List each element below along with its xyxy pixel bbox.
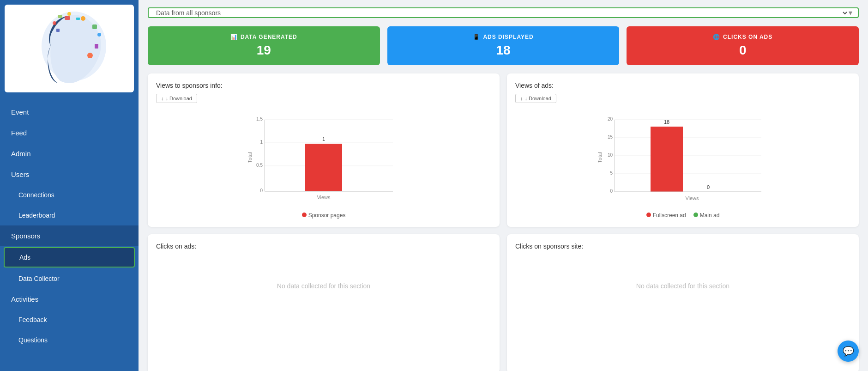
svg-point-6 xyxy=(87,53,93,58)
sidebar-label-activities: Activities xyxy=(11,295,38,303)
svg-text:10: 10 xyxy=(608,152,613,158)
sidebar-item-ads[interactable]: Ads xyxy=(4,247,135,268)
svg-text:1.5: 1.5 xyxy=(256,116,263,122)
main-content: Data from all sponsors Sponsor 1 Sponsor… xyxy=(139,0,868,371)
sidebar-item-event[interactable]: Event xyxy=(0,102,139,122)
sidebar-item-leaderboard[interactable]: Leaderboard xyxy=(0,205,139,225)
sidebar-label-sponsors: Sponsors xyxy=(11,232,40,240)
svg-text:5: 5 xyxy=(610,170,613,176)
stat-card-data-generated: 📊 DATA GENERATED 19 xyxy=(148,26,380,65)
svg-rect-37 xyxy=(651,127,683,192)
download-ads-button[interactable]: ↓ ↓ Download xyxy=(515,94,556,103)
chart-svg-sponsors: Total 1.5 1 0.5 0 1 Views xyxy=(156,107,491,219)
svg-text:Views: Views xyxy=(685,195,699,201)
svg-rect-9 xyxy=(58,15,62,18)
sidebar-item-questions[interactable]: Questions xyxy=(0,330,139,350)
svg-point-8 xyxy=(67,12,71,16)
svg-text:Total: Total xyxy=(597,152,603,163)
chart-views-ads: Views of ads: ↓ ↓ Download Total 20 15 1… xyxy=(507,73,859,227)
stat-card-clicks-on-ads: 🌐 CLICKS ON ADS 0 xyxy=(627,26,859,65)
data-generated-value: 19 xyxy=(257,43,271,58)
clicks-on-ads-value: 0 xyxy=(739,43,747,58)
svg-text:Views: Views xyxy=(317,195,331,200)
svg-text:15: 15 xyxy=(608,134,613,140)
sidebar-item-users[interactable]: Users xyxy=(0,164,139,185)
svg-text:20: 20 xyxy=(608,116,613,122)
clicks-sponsors-no-data: No data collected for this section xyxy=(515,282,850,290)
chart-views-sponsors: Views to sponsors info: ↓ ↓ Download Tot… xyxy=(148,73,500,227)
svg-rect-5 xyxy=(95,44,98,49)
sidebar-item-feedback[interactable]: Feedback xyxy=(0,310,139,330)
svg-text:0: 0 xyxy=(707,184,710,190)
bottom-charts-row: Clicks on ads: No data collected for thi… xyxy=(148,234,859,371)
download-icon: ↓ xyxy=(161,96,164,101)
sponsor-dropdown-wrapper: Data from all sponsors Sponsor 1 Sponsor… xyxy=(148,7,859,18)
ads-displayed-value: 18 xyxy=(496,43,510,58)
svg-point-4 xyxy=(97,33,101,36)
chart-clicks-ads: Clicks on ads: No data collected for thi… xyxy=(148,234,500,371)
data-generated-label: 📊 DATA GENERATED xyxy=(230,34,297,40)
svg-text:0: 0 xyxy=(610,189,613,194)
chart-views-ads-title: Views of ads: xyxy=(515,82,850,89)
sidebar-label-admin: Admin xyxy=(11,150,31,158)
svg-rect-11 xyxy=(56,29,60,32)
svg-rect-3 xyxy=(92,24,97,29)
sidebar-item-feed[interactable]: Feed xyxy=(0,122,139,143)
svg-text:1: 1 xyxy=(322,136,325,142)
sidebar-label-users: Users xyxy=(11,170,29,178)
svg-point-10 xyxy=(53,21,56,25)
sidebar-label-leaderboard: Leaderboard xyxy=(18,212,55,219)
globe-icon: 🌐 xyxy=(713,34,720,40)
clicks-on-ads-label: 🌐 CLICKS ON ADS xyxy=(713,34,772,40)
svg-point-2 xyxy=(81,16,85,21)
sidebar-label-feed: Feed xyxy=(11,129,27,137)
sidebar-label-event: Event xyxy=(11,108,29,116)
svg-text:Total: Total xyxy=(247,152,253,163)
clicks-ads-no-data: No data collected for this section xyxy=(156,282,491,290)
chart-sponsors-legend: Sponsor pages xyxy=(302,212,346,219)
svg-text:0: 0 xyxy=(260,188,263,193)
sidebar-item-connections[interactable]: Connections xyxy=(0,185,139,205)
sidebar-item-admin[interactable]: Admin xyxy=(0,143,139,164)
chart-ads-legend: Fullscreen ad Main ad xyxy=(646,212,720,219)
svg-text:0.5: 0.5 xyxy=(256,163,263,168)
sidebar-label-data-collector: Data Collector xyxy=(18,275,60,282)
bar-chart-icon: 📊 xyxy=(230,34,238,40)
chart-svg-ads: Total 20 15 10 5 0 18 xyxy=(515,107,850,219)
svg-rect-1 xyxy=(65,16,70,20)
sidebar-item-activities[interactable]: Activities xyxy=(0,289,139,310)
app-logo xyxy=(5,5,134,92)
ads-displayed-label: 📱 ADS DISPLAYED xyxy=(473,34,533,40)
svg-rect-21 xyxy=(305,144,342,191)
chat-bubble-button[interactable]: 💬 xyxy=(838,341,859,362)
top-charts-row: Views to sponsors info: ↓ ↓ Download Tot… xyxy=(148,73,859,227)
sidebar-label-ads: Ads xyxy=(19,254,30,261)
download-ads-icon: ↓ xyxy=(520,96,523,101)
svg-text:1: 1 xyxy=(260,140,263,145)
sidebar: Event Feed Admin Users Connections Leade… xyxy=(0,0,139,371)
sponsor-dropdown[interactable]: Data from all sponsors Sponsor 1 Sponsor… xyxy=(154,9,849,17)
sidebar-label-feedback: Feedback xyxy=(18,316,47,323)
chart-views-sponsors-title: Views to sponsors info: xyxy=(156,82,491,89)
sidebar-item-data-collector[interactable]: Data Collector xyxy=(0,268,139,289)
tablet-icon: 📱 xyxy=(473,34,480,40)
svg-text:18: 18 xyxy=(664,119,669,125)
chat-icon: 💬 xyxy=(843,346,854,357)
stats-row: 📊 DATA GENERATED 19 📱 ADS DISPLAYED 18 🌐… xyxy=(148,26,859,65)
chart-clicks-ads-title: Clicks on ads: xyxy=(156,243,491,250)
chart-clicks-sponsors-site-title: Clicks on sponsors site: xyxy=(515,243,850,250)
svg-rect-7 xyxy=(76,18,80,20)
sidebar-label-connections: Connections xyxy=(18,191,54,199)
download-sponsors-button[interactable]: ↓ ↓ Download xyxy=(156,94,197,103)
sidebar-label-questions: Questions xyxy=(18,336,48,344)
chevron-down-icon: ▾ xyxy=(849,8,852,17)
sidebar-item-sponsors[interactable]: Sponsors xyxy=(0,225,139,246)
sidebar-navigation: Event Feed Admin Users Connections Leade… xyxy=(0,97,139,355)
chart-clicks-sponsors-site: Clicks on sponsors site: No data collect… xyxy=(507,234,859,371)
stat-card-ads-displayed: 📱 ADS DISPLAYED 18 xyxy=(387,26,620,65)
